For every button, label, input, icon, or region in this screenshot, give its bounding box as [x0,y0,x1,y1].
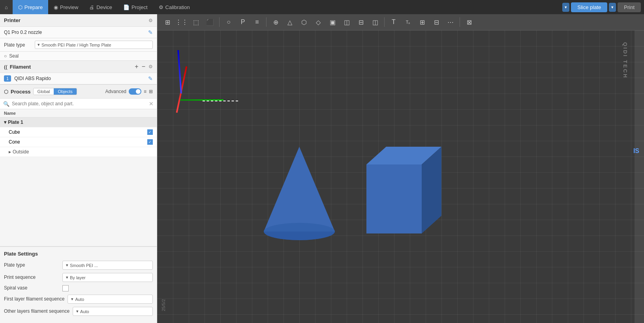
toolbar-btn-view[interactable]: ⬛ [204,17,216,28]
printer-section-header: Printer ⚙ [0,14,157,27]
list-item-outside[interactable]: ▸ Outside [0,147,157,157]
chevron-down-icon: ▾ [38,42,40,47]
nav-home[interactable]: ⌂ [0,0,13,14]
cone-label: Cone [9,139,20,145]
toolbar-sep-1 [219,17,220,27]
toolbar-btn-p[interactable]: P [237,17,249,28]
nav-prepare[interactable]: ⬡ Prepare [13,0,48,14]
search-input[interactable] [12,101,146,106]
setting-first-layer-filament: First layer filament sequence ▾ Auto [4,295,153,304]
toolbar-btn-split[interactable]: ◫ [340,17,353,28]
setting-first-layer-dropdown[interactable]: ▾ Auto [68,295,153,304]
printer-select-row[interactable]: Q1 Pro 0.2 nozzle ✎ [0,27,157,38]
list-item-cube[interactable]: Cube [0,127,157,137]
brand-text: QIDI TECH [622,42,628,79]
slice-plate-button[interactable]: Slice plate [571,2,607,12]
list-item-plate1[interactable]: ▾ Plate 1 [0,118,157,127]
process-header: ⬡ Process Global Objects Advanced ≡ ⊞ [0,85,157,99]
toolbar-btn-square[interactable]: ▣ [326,17,339,28]
printer-gear-icon[interactable]: ⚙ [148,18,153,23]
seal-label: Seal [9,53,19,59]
process-section: ⬡ Process Global Objects Advanced ≡ ⊞ 🔍 [0,84,157,157]
toolbar-btn-move[interactable]: ⊕ [269,17,282,28]
list-view-icon[interactable]: ≡ [144,89,146,94]
viewport-inner: ⊞ ⋮⋮ ⬚ ⬛ ○ P ≡ ⊕ △ ⬡ ◇ ▣ ◫ ⊟ ◫ T Tₐ ⊞ [157,14,644,323]
scene-area[interactable]: QIDI TECH IS 25/5/2 [157,30,644,323]
toolbar-btn-minus2[interactable]: ⊟ [430,17,443,28]
plate-type-row-header: Plate type ▾ Smooth PEI Plate / High Tem… [0,38,157,52]
guide-line [203,101,238,101]
spacer [0,157,157,246]
setting-other-layers-value: Auto [80,309,89,314]
nav-project[interactable]: 📄 Project [118,0,153,14]
setting-other-layers-dropdown[interactable]: ▾ Auto [73,307,153,316]
search-icon: 🔍 [3,101,9,107]
slice-dropdown-btn[interactable]: ▾ [562,3,569,12]
calibration-icon: ⚙ [159,4,163,10]
toolbar-btn-triangle[interactable]: △ [284,17,296,28]
toolbar-btn-circle[interactable]: ○ [222,17,235,28]
plate-type-value: Smooth PEI Plate / High Temp Plate [41,43,111,47]
toolbar-btn-text2[interactable]: Tₐ [402,17,414,28]
tab-global[interactable]: Global [34,88,54,95]
prepare-icon: ⬡ [18,4,23,10]
filament-edit-icon[interactable]: ✎ [148,75,153,82]
filament-section-header: (( Filament + − ⚙ [0,61,157,73]
advanced-toggle[interactable] [129,88,141,95]
toolbar-btn-minus-sq[interactable]: ⊟ [355,17,367,28]
toolbar-btn-layout[interactable]: ⬚ [190,17,202,28]
nav-project-label: Project [131,4,147,10]
search-row: 🔍 ✕ [0,99,157,109]
nav-device-label: Device [96,4,112,10]
nav-preview-label: Preview [60,4,78,10]
toolbar-btn-grid[interactable]: ⋮⋮ [175,17,188,28]
plate1-left: ▾ Plate 1 [4,119,23,125]
setting-print-seq-dropdown[interactable]: ▾ By layer [62,273,153,282]
filament-item[interactable]: 1 QIDI ABS Rapido ✎ [0,73,157,84]
print-dropdown-btn[interactable]: ▾ [609,3,616,12]
left-panel: Printer ⚙ Q1 Pro 0.2 nozzle ✎ Plate type… [0,14,157,323]
toolbar-btn-text[interactable]: T [387,17,400,28]
chevron-down-icon: ▾ [76,309,79,314]
list-item-cone[interactable]: Cone [0,137,157,147]
filament-minus-icon[interactable]: − [142,63,145,70]
setting-plate-type-dropdown[interactable]: ▾ Smooth PEI ... [62,261,153,270]
cube-checkbox[interactable] [147,129,153,135]
seal-icon: ○ [4,53,7,59]
chevron-down-icon: ▾ [66,263,68,268]
settings-view-icon[interactable]: ⊞ [149,89,153,94]
toolbar-btn-cross-sq[interactable]: ⊠ [463,17,475,28]
cone-checkbox[interactable] [147,139,153,145]
tab-objects[interactable]: Objects [54,88,76,95]
plate1-arrow-icon: ▾ [4,119,6,125]
filament-gear-icon[interactable]: ⚙ [148,64,153,69]
plate-type-header-label: Plate type [4,42,32,48]
setting-spiral-vase-checkbox[interactable] [62,285,69,291]
outside-label: Outside [13,149,29,155]
toolbar-btn-split2[interactable]: ◫ [369,17,381,28]
toolbar-btn-diamond[interactable]: ◇ [312,17,325,28]
nav-device[interactable]: 🖨 Device [84,0,118,14]
setting-other-layers-filament: Other layers filament sequence ▾ Auto [4,307,153,316]
printer-edit-icon[interactable]: ✎ [148,29,153,35]
plate-type-dropdown[interactable]: ▾ Smooth PEI Plate / High Temp Plate [35,41,153,49]
filament-add-icon[interactable]: + [135,63,138,70]
toolbar-btn-dots[interactable]: ⋯ [444,17,457,28]
toolbar-btn-add-shape[interactable]: ⊞ [161,17,174,28]
cube-label: Cube [9,129,20,135]
clear-icon[interactable]: ✕ [149,101,154,107]
nav-preview[interactable]: ◉ Preview [48,0,84,14]
grid-canvas [157,30,644,323]
nav-calibration[interactable]: ⚙ Calibration [153,0,195,14]
filament-name: QIDI ABS Rapido [14,76,51,81]
plate-settings: Plate Settings Plate type ▾ Smooth PEI .… [0,246,157,323]
toolbar: ⊞ ⋮⋮ ⬚ ⬛ ○ P ≡ ⊕ △ ⬡ ◇ ▣ ◫ ⊟ ◫ T Tₐ ⊞ [157,14,644,30]
process-tab-group: Global Objects [33,88,77,95]
toolbar-btn-grid2[interactable]: ⊞ [416,17,428,28]
setting-plate-type: Plate type ▾ Smooth PEI ... [4,261,153,270]
outside-arrow-icon: ▸ [9,149,11,155]
toolbar-btn-hex[interactable]: ⬡ [298,17,310,28]
filament-title-row: (( Filament [4,64,31,70]
toolbar-btn-list[interactable]: ≡ [251,17,263,28]
print-button[interactable]: Print [618,2,641,12]
